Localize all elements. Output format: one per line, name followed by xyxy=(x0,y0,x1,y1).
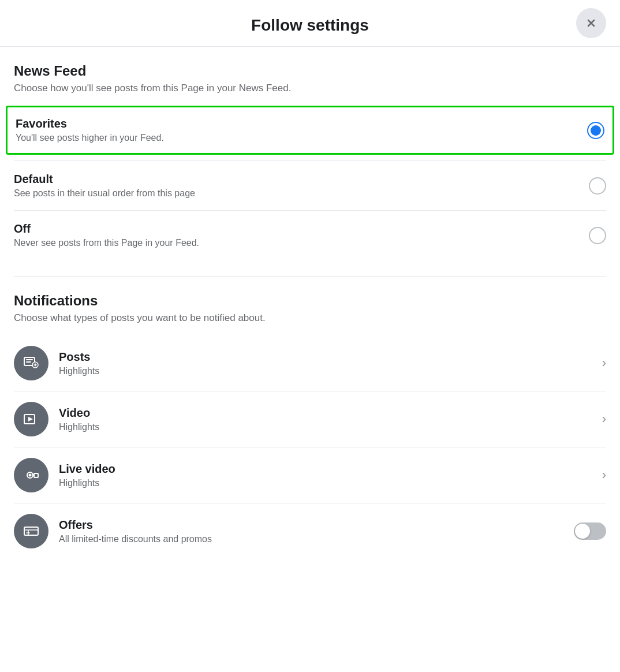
close-button[interactable] xyxy=(576,8,606,38)
video-sublabel: Highlights xyxy=(59,422,595,432)
notification-item-live-video[interactable]: Live video Highlights › xyxy=(14,447,606,503)
video-icon-wrap xyxy=(14,402,48,436)
posts-chevron: › xyxy=(602,356,606,371)
off-sublabel: Never see posts from this Page in your F… xyxy=(14,238,580,248)
svg-rect-6 xyxy=(34,473,38,477)
favorites-sublabel: You'll see posts higher in your Feed. xyxy=(16,133,578,143)
svg-marker-3 xyxy=(28,417,33,421)
close-icon xyxy=(585,17,597,29)
news-feed-section: News Feed Choose how you'll see posts fr… xyxy=(0,47,620,264)
offers-label: Offers xyxy=(59,518,567,532)
video-label: Video xyxy=(59,406,595,420)
posts-sublabel: Highlights xyxy=(59,366,595,376)
svg-point-5 xyxy=(29,474,32,477)
notifications-section: Notifications Choose what types of posts… xyxy=(0,277,620,570)
notifications-description: Choose what types of posts you want to b… xyxy=(14,312,606,324)
default-label: Default xyxy=(14,173,580,186)
favorites-radio[interactable] xyxy=(587,122,604,139)
radio-option-off[interactable]: Off Never see posts from this Page in yo… xyxy=(14,210,606,260)
header: Follow settings xyxy=(0,0,620,47)
notification-item-posts[interactable]: Posts Highlights › xyxy=(14,335,606,391)
favorites-label: Favorites xyxy=(16,117,578,130)
video-icon xyxy=(23,410,40,428)
live-video-sublabel: Highlights xyxy=(59,478,595,488)
offers-toggle[interactable] xyxy=(574,522,606,540)
news-feed-title: News Feed xyxy=(14,63,606,79)
radio-options-group: Favorites You'll see posts higher in you… xyxy=(14,106,606,264)
off-label: Off xyxy=(14,222,580,236)
page-title: Follow settings xyxy=(251,16,369,35)
live-video-chevron: › xyxy=(602,468,606,483)
live-video-icon xyxy=(22,466,40,484)
video-chevron: › xyxy=(602,412,606,427)
default-sublabel: See posts in their usual order from this… xyxy=(14,188,580,199)
radio-option-favorites[interactable]: Favorites You'll see posts higher in you… xyxy=(6,106,614,155)
posts-label: Posts xyxy=(59,350,595,364)
live-video-icon-wrap xyxy=(14,458,48,492)
off-radio[interactable] xyxy=(589,227,606,244)
notification-item-offers[interactable]: Offers All limited-time discounts and pr… xyxy=(14,503,606,559)
notification-item-video[interactable]: Video Highlights › xyxy=(14,391,606,447)
news-feed-description: Choose how you'll see posts from this Pa… xyxy=(14,83,606,94)
radio-option-default[interactable]: Default See posts in their usual order f… xyxy=(14,160,606,210)
posts-icon-wrap xyxy=(14,346,48,380)
offers-icon xyxy=(22,522,40,540)
notification-items-group: Posts Highlights › Video Highlights › xyxy=(14,335,606,570)
notifications-title: Notifications xyxy=(14,293,606,309)
svg-rect-8 xyxy=(24,527,38,535)
default-radio[interactable] xyxy=(589,177,606,195)
posts-icon xyxy=(23,354,40,372)
offers-sublabel: All limited-time discounts and promos xyxy=(59,534,567,544)
offers-icon-wrap xyxy=(14,514,48,548)
live-video-label: Live video xyxy=(59,462,595,476)
